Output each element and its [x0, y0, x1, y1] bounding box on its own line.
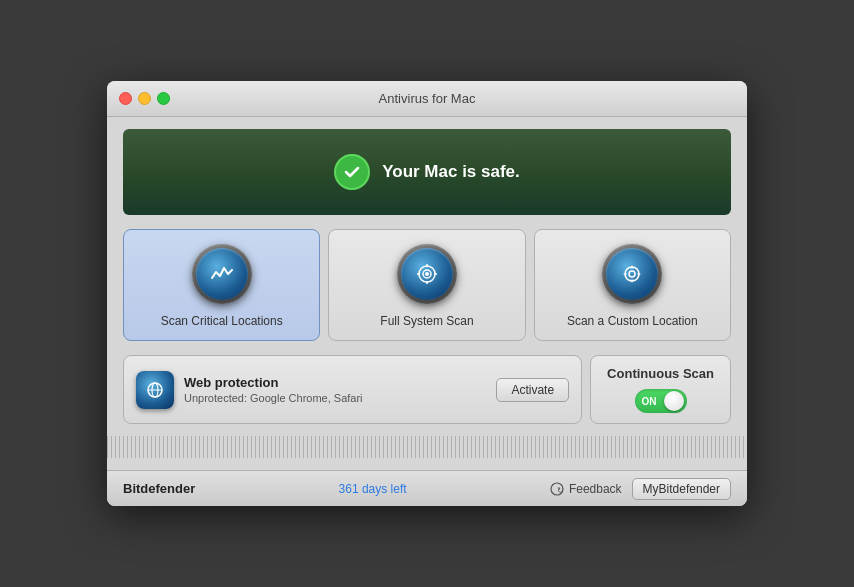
web-protection-info: Web protection Unprotected: Google Chrom… — [184, 375, 486, 404]
mybitdefender-button[interactable]: MyBitdefender — [632, 478, 731, 500]
scan-full-button[interactable]: Full System Scan — [328, 229, 525, 341]
svg-point-7 — [625, 267, 639, 281]
status-banner: Your Mac is safe. — [123, 129, 731, 215]
continuous-scan-title: Continuous Scan — [607, 366, 714, 381]
scan-custom-label: Scan a Custom Location — [567, 314, 698, 328]
scan-critical-icon-outer — [192, 244, 252, 304]
svg-point-8 — [629, 271, 635, 277]
web-protection-icon — [136, 371, 174, 409]
scan-custom-button[interactable]: Scan a Custom Location — [534, 229, 731, 341]
safe-check-icon — [334, 154, 370, 190]
svg-text:↻: ↻ — [556, 486, 563, 495]
web-protection-card: Web protection Unprotected: Google Chrom… — [123, 355, 582, 424]
days-left-label: 361 days left — [339, 482, 407, 496]
scan-custom-icon — [606, 248, 658, 300]
status-bar: Bitdefender 361 days left ↻ Feedback MyB… — [107, 470, 747, 506]
titlebar: Antivirus for Mac — [107, 81, 747, 117]
continuous-scan-card: Continuous Scan ON — [590, 355, 731, 424]
traffic-lights — [119, 92, 170, 105]
app-window: Antivirus for Mac Your Mac is safe. — [107, 81, 747, 506]
feedback-button[interactable]: ↻ Feedback — [550, 482, 622, 496]
scan-custom-icon-outer — [602, 244, 662, 304]
continuous-scan-toggle[interactable]: ON — [635, 389, 687, 413]
web-protection-title: Web protection — [184, 375, 486, 390]
scan-critical-icon — [196, 248, 248, 300]
scan-critical-button[interactable]: Scan Critical Locations — [123, 229, 320, 341]
scan-full-icon — [401, 248, 453, 300]
bottom-row: Web protection Unprotected: Google Chrom… — [123, 355, 731, 424]
web-protection-subtitle: Unprotected: Google Chrome, Safari — [184, 392, 486, 404]
scan-full-icon-outer — [397, 244, 457, 304]
window-title: Antivirus for Mac — [379, 91, 476, 106]
feedback-label: Feedback — [569, 482, 622, 496]
toggle-thumb — [664, 391, 684, 411]
toggle-on-label: ON — [642, 396, 657, 407]
scan-buttons-row: Scan Critical Locations — [123, 229, 731, 341]
scan-critical-label: Scan Critical Locations — [161, 314, 283, 328]
activate-button[interactable]: Activate — [496, 378, 569, 402]
feedback-icon: ↻ — [550, 482, 564, 496]
maximize-button[interactable] — [157, 92, 170, 105]
status-label: Your Mac is safe. — [382, 162, 520, 182]
close-button[interactable] — [119, 92, 132, 105]
brand-label: Bitdefender — [123, 481, 195, 496]
ruler-decoration — [107, 436, 747, 458]
svg-point-6 — [425, 272, 429, 276]
minimize-button[interactable] — [138, 92, 151, 105]
main-content: Your Mac is safe. Scan Critical Location… — [107, 117, 747, 470]
scan-full-label: Full System Scan — [380, 314, 473, 328]
